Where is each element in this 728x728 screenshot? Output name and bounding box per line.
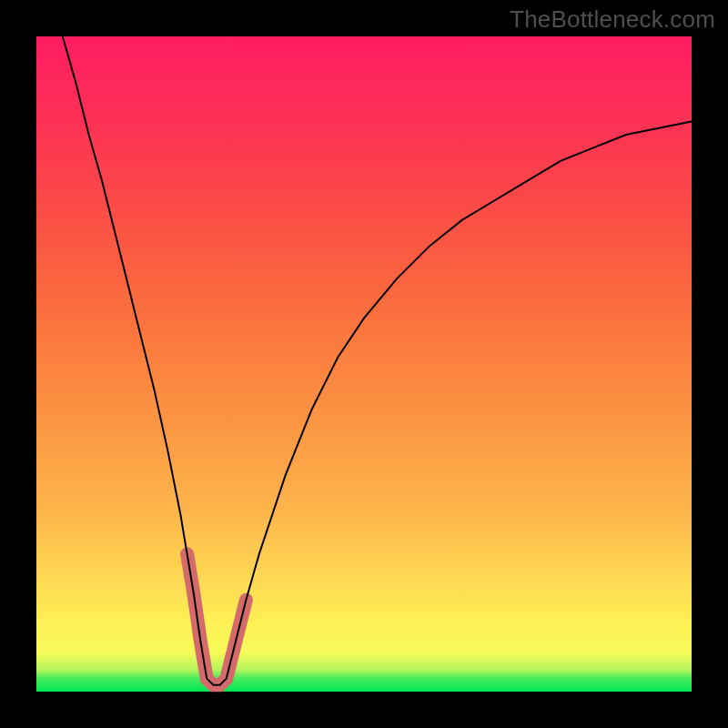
highlight-path [187, 554, 247, 685]
main-curve-path [63, 36, 692, 685]
watermark-text: TheBottleneck.com [510, 5, 715, 34]
plot-area [36, 36, 692, 692]
curve-svg [36, 36, 692, 692]
chart-frame: TheBottleneck.com [0, 0, 728, 728]
